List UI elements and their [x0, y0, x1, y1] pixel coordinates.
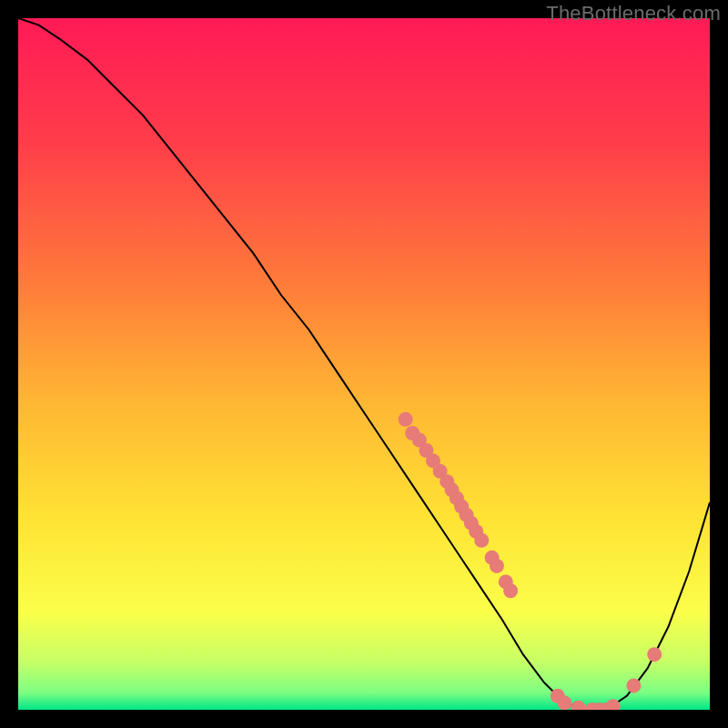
- highlight-point: [503, 583, 518, 598]
- chart-frame: TheBottleneck.com: [0, 0, 728, 728]
- highlight-point: [557, 695, 571, 710]
- bottleneck-plot: [18, 18, 710, 710]
- plot-svg: [18, 18, 710, 710]
- highlight-point: [647, 647, 662, 662]
- watermark-label: TheBottleneck.com: [546, 2, 721, 25]
- heat-gradient-background: [18, 18, 710, 710]
- highlight-point: [399, 412, 413, 427]
- highlight-point: [626, 678, 641, 693]
- highlight-point: [474, 533, 489, 548]
- highlight-point: [490, 559, 504, 573]
